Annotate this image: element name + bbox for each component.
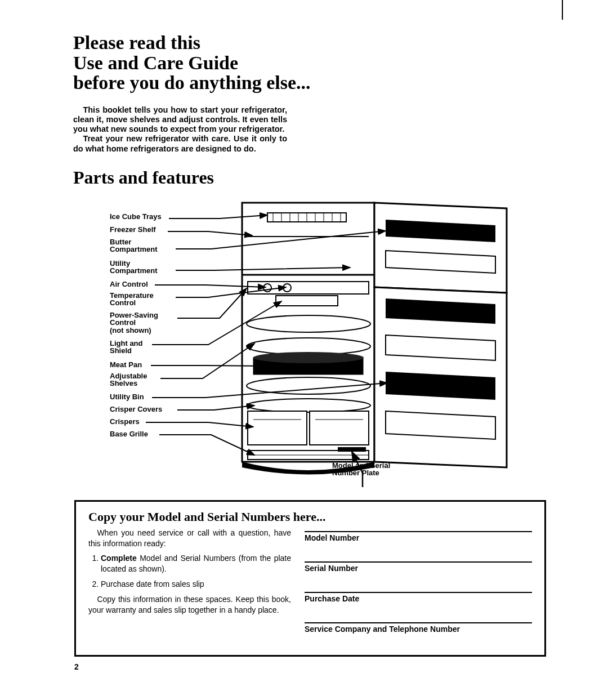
label-utility-bin: Utility Bin [110,393,144,401]
label-base-grille: Base Grille [110,430,148,438]
label-crisper-covers: Crisper Covers [110,405,162,413]
label-utility-compartment: Utility Compartment [110,260,158,275]
title-line-1: Please read this [73,32,200,53]
form-item-1: Complete Model and Serial Numbers (from … [101,553,291,574]
field-model-number[interactable]: Model Number [305,531,532,554]
form-item-1-bold: Complete [101,554,137,563]
form-intro: When you need service or call with a que… [88,528,291,549]
label-air-control: Air Control [110,280,148,288]
form-title: Copy your Model and Serial Numbers here.… [88,510,532,524]
page-number: 2 [74,662,546,671]
parts-diagram: Ice Cube Trays Freezer Shelf Butter Comp… [79,197,540,490]
field-label-service: Service Company and Telephone Number [305,625,460,634]
field-label-purchase: Purchase Date [305,594,359,603]
svg-point-22 [247,399,370,412]
label-freezer-shelf: Freezer Shelf [110,226,156,234]
field-service-company[interactable]: Service Company and Telephone Number [305,622,532,645]
label-butter-compartment: Butter Compartment [110,238,158,253]
label-model-serial-plate: Model and Serial Number Plate [332,462,390,477]
field-purchase-date[interactable]: Purchase Date [305,592,532,614]
svg-rect-24 [310,411,369,445]
form-item-2: Purchase date from sales slip [101,579,291,590]
svg-rect-16 [276,296,338,306]
title-line-3: before you do anything else... [73,72,311,93]
label-light-shield: Light and Shield [110,340,143,355]
form-columns: When you need service or call with a que… [88,528,532,645]
manual-page: Please read this Use and Care Guide befo… [0,0,608,683]
form-fields: Model Number Serial Number Purchase Date… [305,528,532,645]
title-line-2: Use and Care Guide [73,52,238,73]
field-serial-number[interactable]: Serial Number [305,561,532,584]
svg-rect-23 [248,411,307,445]
label-meat-pan: Meat Pan [110,361,142,369]
form-closing: Copy this information in these spaces. K… [88,594,291,616]
page-title: Please read this Use and Care Guide befo… [73,33,546,93]
field-label-model: Model Number [305,533,359,542]
form-instructions: When you need service or call with a que… [88,528,291,645]
section-heading: Parts and features [73,167,546,188]
field-label-serial: Serial Number [305,564,358,573]
label-adjustable-shelves: Adjustable Shelves [110,372,147,387]
intro-paragraph-1: This booklet tells you how to start your… [73,105,287,134]
svg-point-20 [253,352,364,363]
label-crispers: Crispers [110,418,140,426]
label-power-saving-control: Power-Saving Control (not shown) [110,311,158,335]
intro-block: This booklet tells you how to start your… [73,105,287,154]
model-serial-form: Copy your Model and Serial Numbers here.… [74,500,546,657]
intro-paragraph-2: Treat your new refrigerator with care. U… [73,134,287,153]
svg-rect-29 [338,447,366,452]
label-temperature-control: Temperature Control [110,292,154,307]
label-ice-cube-trays: Ice Cube Trays [110,213,162,221]
svg-point-17 [247,315,370,332]
